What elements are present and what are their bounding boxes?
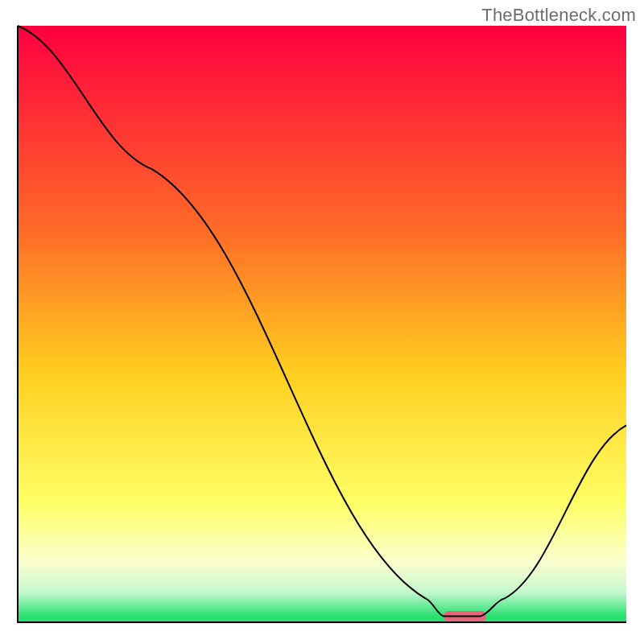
bottleneck-chart	[16, 24, 628, 624]
watermark-text: TheBottleneck.com	[481, 5, 636, 26]
gradient-background	[18, 26, 626, 622]
